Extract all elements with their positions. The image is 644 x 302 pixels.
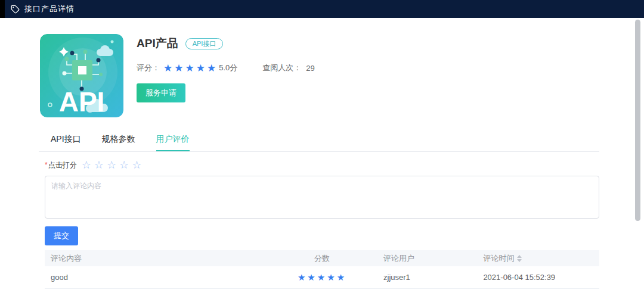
product-summary: API API产品 API接口 评分： ★★★★★ 5.0分 查阅人次： 29 …: [39, 34, 599, 117]
main-content: API API产品 API接口 评分： ★★★★★ 5.0分 查阅人次： 29 …: [39, 34, 599, 289]
views-label: 查阅人次：: [262, 63, 301, 73]
required-mark: *: [45, 161, 48, 169]
product-info: API产品 API接口 评分： ★★★★★ 5.0分 查阅人次： 29 服务申请: [137, 34, 315, 117]
cell-score-stars-icon: ★★★★★: [267, 272, 377, 283]
rating-value: 5.0分: [219, 63, 237, 73]
col-header-time[interactable]: 评论时间: [477, 253, 599, 264]
page-title: 接口产品详情: [24, 4, 75, 14]
product-type-badge: API接口: [185, 38, 224, 49]
rate-input-row: * 点击打分 ☆☆☆☆☆: [45, 160, 599, 170]
tag-icon: [11, 5, 20, 14]
rate-label: 点击打分: [48, 160, 77, 170]
rating-row: 评分： ★★★★★ 5.0分 查阅人次： 29: [137, 63, 315, 73]
table-header-row: 评论内容 分数 评论用户 评论时间: [45, 250, 599, 266]
views-value: 29: [306, 64, 314, 73]
col-header-content: 评论内容: [45, 253, 267, 264]
rating-stars-icon: ★★★★★: [163, 63, 218, 73]
cell-comment-time: 2021-06-04 15:52:39: [477, 273, 599, 282]
submit-button[interactable]: 提交: [45, 226, 78, 245]
views-counter: 查阅人次： 29: [262, 63, 314, 73]
comments-table: 评论内容 分数 评论用户 评论时间 good ★★★★★ zjjuser1 20…: [45, 250, 599, 289]
page-header: 接口产品详情: [0, 0, 644, 18]
scrollbar-thumb[interactable]: [635, 20, 640, 221]
col-header-score: 分数: [267, 253, 377, 264]
header-edge-strip: [0, 0, 5, 18]
product-image: API: [40, 34, 123, 117]
svg-text:API: API: [59, 86, 105, 117]
tab-api-interface[interactable]: API接口: [51, 134, 81, 151]
tab-user-reviews[interactable]: 用户评价: [156, 134, 190, 151]
rate-stars-input[interactable]: ☆☆☆☆☆: [82, 160, 145, 170]
sort-caret-icon[interactable]: [517, 255, 522, 262]
cell-comment-content: good: [45, 273, 267, 282]
tab-bar: API接口 规格参数 用户评价: [39, 134, 599, 152]
cell-comment-user: zjjuser1: [377, 273, 477, 282]
service-apply-button[interactable]: 服务申请: [137, 83, 185, 102]
tab-spec-params[interactable]: 规格参数: [102, 134, 135, 151]
product-title: API产品: [137, 36, 178, 51]
comment-input[interactable]: [45, 176, 599, 219]
table-row: good ★★★★★ zjjuser1 2021-06-04 15:52:39: [45, 266, 599, 289]
col-header-user: 评论用户: [377, 253, 477, 264]
rating-label: 评分：: [137, 63, 160, 73]
